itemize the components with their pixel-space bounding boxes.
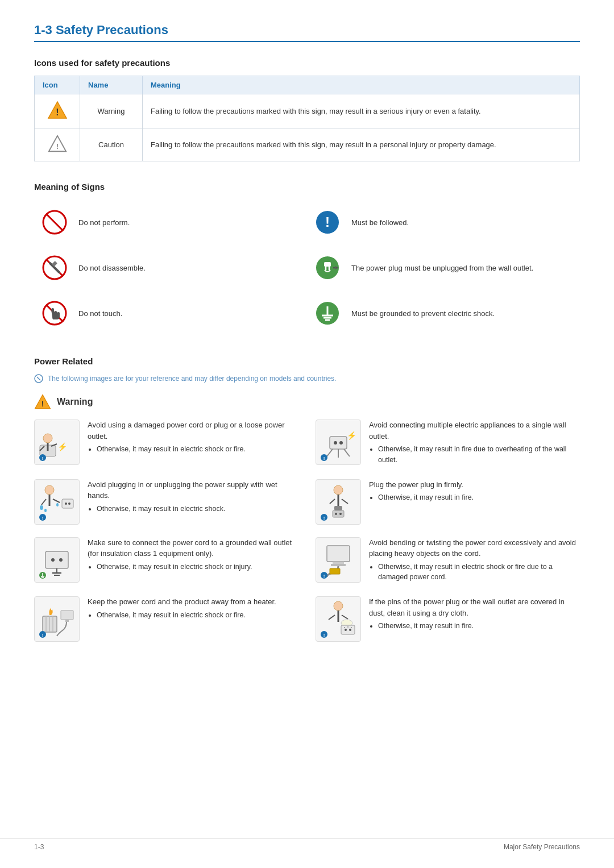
svg-line-60 xyxy=(330,499,335,504)
svg-line-61 xyxy=(342,499,348,504)
svg-text:!: ! xyxy=(42,516,44,521)
sign-item-must-follow: ! Must be followed. xyxy=(307,200,580,245)
caution-triangle-icon: ! xyxy=(48,134,67,153)
svg-rect-62 xyxy=(334,506,342,510)
icons-section-heading: Icons used for safety precautions xyxy=(34,58,580,68)
power-related-section: Power Related The following images are f… xyxy=(34,356,580,654)
signs-grid: Do not perform. ! Must be followed. xyxy=(34,200,580,336)
warning-item-1-image: ⚡ ! xyxy=(316,420,361,465)
must-follow-icon: ! xyxy=(313,207,342,237)
warning-item-7: ! If the pins of the power plug or the w… xyxy=(316,596,580,642)
svg-rect-37 xyxy=(330,437,347,449)
svg-point-69 xyxy=(51,558,55,562)
warning-item-2-bullet: Otherwise, it may result in electric sho… xyxy=(97,504,298,514)
svg-point-100 xyxy=(344,627,345,628)
svg-point-50 xyxy=(40,505,43,510)
svg-rect-79 xyxy=(333,562,344,564)
svg-point-54 xyxy=(65,502,67,505)
svg-line-95 xyxy=(342,615,348,619)
warning-triangle-icon: ! xyxy=(47,100,68,121)
warning-item-7-main: If the pins of the power plug or the wal… xyxy=(369,596,580,618)
warning-item-3-main: Plug the power plug in firmly. xyxy=(369,479,580,491)
warning-item-6-text: Keep the power cord and the product away… xyxy=(88,596,298,621)
svg-line-42 xyxy=(344,449,350,456)
svg-rect-53 xyxy=(62,499,73,508)
svg-point-30 xyxy=(43,434,52,443)
svg-point-46 xyxy=(45,485,54,495)
warning-meaning-cell: Failing to follow the precautions marked… xyxy=(143,94,580,128)
reference-text: The following images are for your refere… xyxy=(48,375,336,383)
warning-label: Warning xyxy=(57,397,93,407)
warning-item-4-main: Make sure to connect the power cord to a… xyxy=(88,537,298,559)
svg-text:⚡: ⚡ xyxy=(57,442,68,452)
warning-item-1-bullet: Otherwise, it may result in fire due to … xyxy=(378,444,580,466)
svg-point-55 xyxy=(68,502,70,505)
svg-point-39 xyxy=(339,441,343,445)
warning-item-1: ⚡ ! Avoid connecting multiple electric a… xyxy=(316,420,580,467)
warning-item-0-bullet: Otherwise, it may result in electric sho… xyxy=(97,444,298,455)
svg-rect-81 xyxy=(330,568,340,574)
svg-point-58 xyxy=(334,485,343,495)
footer-section-name: Major Safety Precautions xyxy=(504,843,580,851)
table-header-name: Name xyxy=(80,76,143,94)
warning-icon-cell: ! xyxy=(35,94,80,128)
no-perform-icon xyxy=(40,207,69,237)
svg-point-52 xyxy=(56,503,59,506)
footer-page-number: 1-3 xyxy=(34,843,44,851)
svg-point-102 xyxy=(351,627,352,628)
svg-text:!: ! xyxy=(323,456,325,461)
sign-label-no-perform: Do not perform. xyxy=(78,218,130,227)
svg-rect-13 xyxy=(324,262,331,267)
sign-label-must-follow: Must be followed. xyxy=(351,218,409,227)
svg-point-65 xyxy=(339,513,342,515)
svg-line-40 xyxy=(327,449,333,456)
svg-point-98 xyxy=(345,629,347,631)
svg-rect-89 xyxy=(65,620,69,622)
warning-item-6-bullet: Otherwise, it may result in electric sho… xyxy=(97,610,298,621)
caution-icon-cell: ! xyxy=(35,128,80,161)
svg-text:!: ! xyxy=(323,516,325,521)
svg-line-48 xyxy=(42,499,46,505)
page-footer: 1-3 Major Safety Precautions xyxy=(0,838,614,851)
warning-item-6: ! Keep the power cord and the product aw… xyxy=(34,596,298,642)
reference-icon xyxy=(34,374,43,383)
svg-point-38 xyxy=(334,441,337,445)
svg-rect-68 xyxy=(45,551,68,568)
table-row: ! Caution Failing to follow the precauti… xyxy=(35,128,580,161)
no-disassemble-icon xyxy=(40,253,69,283)
warning-item-2-text: Avoid plugging in or unplugging the powe… xyxy=(88,479,298,516)
warning-header-icon: ! xyxy=(34,393,51,410)
caution-name-cell: Caution xyxy=(80,128,143,161)
warning-item-3-image: ! xyxy=(316,479,361,525)
warning-item-1-text: Avoid connecting multiple electric appli… xyxy=(369,420,580,467)
warning-item-7-text: If the pins of the power plug or the wal… xyxy=(369,596,580,633)
svg-point-64 xyxy=(335,513,337,515)
warning-item-7-bullet: Otherwise, it may result in fire. xyxy=(378,621,580,632)
warning-item-3-bullet: Otherwise, it may result in fire. xyxy=(378,492,580,503)
sign-item-no-disassemble: Do not disassemble. xyxy=(34,245,307,290)
warning-header: ! Warning xyxy=(34,393,580,410)
unplug-icon xyxy=(313,253,342,283)
caution-meaning-cell: Failing to follow the precautions marked… xyxy=(143,128,580,161)
power-related-heading: Power Related xyxy=(34,356,580,366)
sign-item-no-touch: Do not touch. xyxy=(34,290,307,336)
sign-item-no-perform: Do not perform. xyxy=(34,200,307,245)
svg-point-92 xyxy=(334,601,343,610)
icons-table: Icon Name Meaning ! Warning Failing to f… xyxy=(34,76,580,161)
warning-item-2: ! Avoid plugging in or unplugging the po… xyxy=(34,479,298,525)
svg-text:!: ! xyxy=(56,107,59,117)
sign-label-unplug: The power plug must be unplugged from th… xyxy=(351,264,533,272)
svg-point-99 xyxy=(349,629,351,631)
warning-item-1-main: Avoid connecting multiple electric appli… xyxy=(369,420,580,442)
svg-rect-78 xyxy=(327,546,350,562)
warning-item-2-main: Avoid plugging in or unplugging the powe… xyxy=(88,479,298,501)
svg-text:!: ! xyxy=(56,142,58,151)
sign-label-no-touch: Do not touch. xyxy=(78,309,122,318)
svg-point-101 xyxy=(347,626,349,628)
no-touch-icon xyxy=(40,298,69,328)
warning-item-5: ! Avoid bending or twisting the power co… xyxy=(316,537,580,584)
svg-text:!: ! xyxy=(42,456,44,461)
warning-item-5-main: Avoid bending or twisting the power cord… xyxy=(369,537,580,559)
reference-note: The following images are for your refere… xyxy=(34,374,580,383)
warning-item-0-main: Avoid using a damaged power cord or plug… xyxy=(88,420,298,442)
